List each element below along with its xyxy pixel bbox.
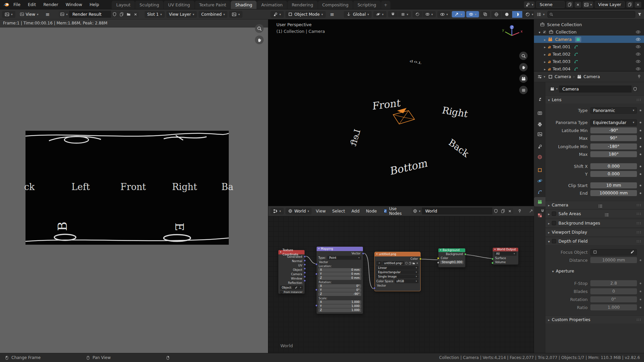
- tab-shading[interactable]: Shading: [231, 1, 257, 9]
- node-mapping[interactable]: Mapping Vector Type: Point Vector Locati…: [316, 246, 363, 314]
- eye-icon[interactable]: [636, 44, 641, 49]
- image-browse-button[interactable]: [59, 11, 69, 17]
- scene-new-button[interactable]: [566, 1, 573, 8]
- eyedropper-icon[interactable]: [630, 250, 634, 254]
- close-icon[interactable]: [416, 262, 419, 264]
- text-object-right[interactable]: Right: [441, 105, 469, 119]
- panel-viewport-display[interactable]: Viewport Display: [545, 228, 644, 236]
- expand-icon[interactable]: [544, 66, 548, 71]
- axis-gizmo[interactable]: Z x y: [501, 23, 525, 48]
- node-world-output[interactable]: World Output All Surface Volume: [492, 247, 519, 265]
- unlink-image-button[interactable]: [132, 11, 139, 17]
- breadcrumb-object[interactable]: Camera: [555, 74, 571, 79]
- mode-select[interactable]: Object Mode: [285, 11, 326, 18]
- viewport-camera-view-button[interactable]: [519, 74, 528, 83]
- new-image-button[interactable]: [118, 11, 125, 17]
- fake-user-button[interactable]: [632, 86, 639, 92]
- copy-icon[interactable]: [409, 262, 412, 265]
- shader-type-select[interactable]: World: [285, 208, 312, 215]
- menu-help[interactable]: Help: [86, 0, 103, 9]
- socket-vector-in[interactable]: [315, 263, 318, 265]
- menu-node[interactable]: Node: [364, 208, 379, 214]
- editor-type-button[interactable]: [270, 11, 284, 18]
- outliner-row-text-002[interactable]: a Text.002: [534, 50, 644, 58]
- shift-x-field[interactable]: 0.000: [590, 163, 637, 169]
- focus-object-select[interactable]: [590, 249, 637, 255]
- show-object-types-select[interactable]: [437, 11, 451, 18]
- slot-select[interactable]: Slot 1: [145, 11, 165, 18]
- view-layer-name-field[interactable]: View Layer: [595, 1, 625, 8]
- menu-add[interactable]: Add: [349, 208, 362, 214]
- expand-icon[interactable]: [544, 59, 548, 64]
- socket-surface-in[interactable]: [491, 258, 494, 260]
- scene-browse-button[interactable]: [524, 1, 535, 8]
- menu-edit[interactable]: Edit: [24, 0, 39, 9]
- viewport-zoom-button[interactable]: [519, 52, 528, 60]
- tab-tool[interactable]: [534, 95, 545, 104]
- fake-user-icon[interactable]: [405, 262, 408, 265]
- expand-icon[interactable]: [544, 44, 548, 49]
- clip-start-field[interactable]: 10 mm: [590, 182, 637, 188]
- node-texture-coordinate[interactable]: Texture Coordinate Generated Normal UV O…: [278, 250, 305, 294]
- expand-icon[interactable]: [544, 37, 548, 42]
- snapping-button[interactable]: [538, 208, 547, 214]
- pass-select[interactable]: Combined: [199, 11, 228, 18]
- text-object-bottom[interactable]: Bottom: [390, 157, 428, 177]
- panel-aperture[interactable]: Aperture: [545, 267, 644, 275]
- node-header[interactable]: untitled.png: [375, 252, 420, 256]
- node-header[interactable]: Texture Coordinate: [278, 250, 305, 254]
- outliner-row-text-001[interactable]: a Text.001: [534, 43, 644, 50]
- output-target-select[interactable]: All: [494, 252, 517, 256]
- camera-name-field[interactable]: Camera: [559, 85, 632, 93]
- socket-generated[interactable]: [304, 255, 306, 258]
- clip-end-field[interactable]: 1000000 mm: [590, 190, 637, 196]
- dof-checkbox[interactable]: [552, 239, 556, 243]
- collapsed-menus-button[interactable]: [43, 10, 53, 18]
- socket-strength-in[interactable]: [437, 261, 439, 264]
- outliner-row-camera[interactable]: Camera: [534, 36, 644, 43]
- socket-object[interactable]: [304, 267, 306, 270]
- eye-icon[interactable]: [636, 66, 641, 71]
- socket-color-out[interactable]: [419, 258, 422, 260]
- aperture-ratio-field[interactable]: 1.000: [590, 304, 637, 310]
- expand-icon[interactable]: [544, 52, 548, 57]
- folder-icon[interactable]: [412, 262, 415, 265]
- blender-logo[interactable]: [3, 2, 9, 7]
- search-input[interactable]: [554, 12, 633, 17]
- outliner-row-text-004[interactable]: a Text.004: [534, 65, 644, 71]
- eye-icon[interactable]: [636, 29, 641, 35]
- pin-button[interactable]: [515, 208, 525, 214]
- colorspace-select[interactable]: sRGB: [395, 279, 419, 283]
- outliner-row-scene-collection[interactable]: Scene Collection: [534, 21, 644, 28]
- mapping-type-select[interactable]: Point: [327, 256, 361, 260]
- panel-custom-properties[interactable]: Custom Properties: [545, 315, 644, 323]
- from-instancer-checkbox[interactable]: [280, 291, 283, 294]
- world-name-field[interactable]: World: [422, 207, 492, 215]
- tab-sculpting[interactable]: Sculpting: [135, 1, 163, 9]
- viewport-ortho-toggle-button[interactable]: [519, 86, 528, 94]
- text-object-top[interactable]: Top: [409, 60, 422, 65]
- scale-x-field[interactable]: X1.000: [318, 300, 361, 304]
- scale-z-field[interactable]: Z1.000: [318, 308, 361, 312]
- rotation-z-field[interactable]: Z-90°: [318, 292, 361, 296]
- aperture-rotation-field[interactable]: 0°: [590, 296, 637, 302]
- shading-wireframe-button[interactable]: [491, 11, 501, 18]
- tab-texture-paint[interactable]: Texture Paint: [195, 1, 231, 9]
- panorama-type-select[interactable]: Equirectangular: [590, 119, 637, 126]
- strength-field[interactable]: Strength1.000: [440, 260, 464, 264]
- outliner-search[interactable]: [547, 11, 635, 18]
- tab-object[interactable]: [534, 165, 545, 175]
- panel-depth-of-field[interactable]: Depth of Field: [545, 237, 644, 245]
- panel-safe-areas[interactable]: Safe Areas: [545, 209, 644, 218]
- view-layer-remove-button[interactable]: [635, 2, 641, 8]
- location-y-field[interactable]: Y0 mm: [318, 272, 361, 276]
- blades-field[interactable]: 0: [590, 288, 637, 294]
- socket-volume-in[interactable]: [491, 262, 494, 264]
- location-z-field[interactable]: Z0 mm: [318, 276, 361, 280]
- camera-browse-button[interactable]: [549, 86, 559, 92]
- view-layer-new-button[interactable]: [626, 1, 633, 8]
- panel-lens[interactable]: Lens: [545, 96, 644, 104]
- tab-world[interactable]: [534, 152, 545, 162]
- pin-icon[interactable]: [637, 74, 641, 79]
- expand-icon[interactable]: [539, 29, 542, 35]
